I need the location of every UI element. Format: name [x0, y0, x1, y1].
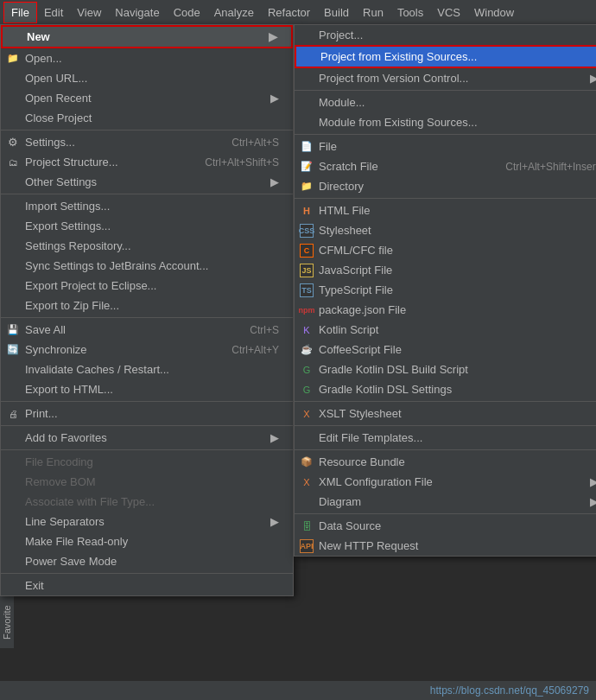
cfml-icon: C [300, 244, 314, 258]
line-separators-arrow-icon: ▶ [253, 515, 279, 528]
menubar-navigate[interactable]: Navigate [108, 3, 166, 22]
menu-item-settings[interactable]: ⚙ Settings... Ctrl+Alt+S [1, 132, 293, 152]
menu-item-save-all[interactable]: 💾 Save All Ctrl+S [1, 320, 293, 340]
module-existing-label: Module from Existing Sources... [319, 116, 478, 129]
make-read-only-label: Make File Read-only [25, 535, 128, 548]
menu-item-settings-repo[interactable]: Settings Repository... [1, 236, 293, 256]
html-icon: H [300, 204, 314, 218]
menu-item-export-zip[interactable]: Export to Zip File... [1, 296, 293, 315]
project-vcs-arrow-icon: ▶ [573, 72, 596, 85]
submenu-item-scratch-file[interactable]: 📝 Scratch File Ctrl+Alt+Shift+Insert [295, 156, 596, 176]
submenu-item-package-json[interactable]: npm package.json File [295, 300, 596, 320]
menu-item-open[interactable]: 📁 Open... [1, 48, 293, 68]
menubar-build[interactable]: Build [317, 3, 356, 22]
file-menu-dropdown: New ▶ 📁 Open... Open URL... Open Recent … [0, 24, 294, 596]
menu-item-other-settings[interactable]: Other Settings ▶ [1, 172, 293, 192]
submenu-item-gradle-build[interactable]: G Gradle Kotlin DSL Build Script [295, 360, 596, 379]
menu-item-export-settings[interactable]: Export Settings... [1, 216, 293, 236]
submenu-item-file[interactable]: 📄 File [295, 137, 596, 156]
ts-icon: TS [300, 283, 314, 297]
submenu-item-project-vcs[interactable]: Project from Version Control... ▶ [295, 68, 596, 88]
open-url-label: Open URL... [25, 72, 87, 85]
xml-config-icon: X [300, 475, 314, 489]
menubar-run[interactable]: Run [356, 3, 390, 22]
edit-templates-label: Edit File Templates... [319, 431, 422, 444]
submenu-item-directory[interactable]: 📁 Directory [295, 176, 596, 196]
menu-item-associate-file-type: Associate with File Type... [1, 492, 293, 512]
menu-item-power-save[interactable]: Power Save Mode [1, 551, 293, 571]
npm-icon: npm [300, 303, 314, 317]
submenu-item-diagram[interactable]: Diagram ▶ [295, 492, 596, 512]
submenu-item-xml-config[interactable]: X XML Configuration File ▶ [295, 472, 596, 492]
submenu-item-module[interactable]: Module... [295, 92, 596, 112]
kotlin-icon: K [300, 323, 314, 337]
menu-item-sync-jetbrains[interactable]: Sync Settings to JetBrains Account... [1, 256, 293, 276]
menu-item-open-recent[interactable]: Open Recent ▶ [1, 88, 293, 108]
submenu-item-html[interactable]: H HTML File [295, 200, 596, 220]
submenu-item-kotlin[interactable]: K Kotlin Script [295, 320, 596, 340]
javascript-label: JavaScript File [319, 264, 392, 277]
db-icon: 🗄 [300, 519, 314, 533]
new-sep-1 [295, 90, 596, 91]
separator-6 [1, 449, 293, 450]
project-existing-label: Project from Existing Sources... [320, 50, 477, 63]
new-sep-4 [295, 401, 596, 402]
add-favorites-label: Add to Favorites [25, 431, 107, 444]
menu-item-export-eclipse[interactable]: Export Project to Eclipse... [1, 276, 293, 296]
gradle-build-icon: G [300, 363, 314, 377]
submenu-item-xslt[interactable]: X XSLT Stylesheet [295, 404, 596, 423]
submenu-item-cfml[interactable]: C CFML/CFC file [295, 240, 596, 260]
new-label: New [27, 30, 50, 43]
menu-item-synchronize[interactable]: 🔄 Synchronize Ctrl+Alt+Y [1, 340, 293, 360]
diagram-arrow-icon: ▶ [573, 495, 596, 508]
submenu-item-edit-templates[interactable]: Edit File Templates... [295, 428, 596, 448]
menu-item-exit[interactable]: Exit [1, 576, 293, 595]
separator-2 [1, 194, 293, 194]
menu-item-import-settings[interactable]: Import Settings... [1, 196, 293, 216]
menubar-tools[interactable]: Tools [390, 3, 430, 22]
submenu-item-typescript[interactable]: TS TypeScript File [295, 280, 596, 300]
submenu-item-javascript[interactable]: JS JavaScript File [295, 260, 596, 280]
remove-bom-label: Remove BOM [25, 475, 96, 488]
menu-item-line-separators[interactable]: Line Separators ▶ [1, 512, 293, 531]
menubar-window[interactable]: Window [467, 3, 521, 22]
submenu-item-gradle-settings[interactable]: G Gradle Kotlin DSL Settings [295, 379, 596, 399]
submenu-item-http-request[interactable]: API New HTTP Request [295, 536, 596, 556]
menubar-analyze[interactable]: Analyze [207, 3, 261, 22]
submenu-item-data-source[interactable]: 🗄 Data Source [295, 516, 596, 536]
menu-item-export-html[interactable]: Export to HTML... [1, 379, 293, 399]
menubar-code[interactable]: Code [167, 3, 207, 22]
separator-1 [1, 130, 293, 130]
export-settings-label: Export Settings... [25, 220, 111, 232]
submenu-item-resource-bundle[interactable]: 📦 Resource Bundle [295, 452, 596, 472]
submenu-item-module-existing[interactable]: Module from Existing Sources... [295, 112, 596, 132]
submenu-item-project-existing[interactable]: Project from Existing Sources... [295, 45, 596, 68]
menu-item-project-structure[interactable]: 🗂 Project Structure... Ctrl+Alt+Shift+S [1, 152, 293, 172]
new-sep-5 [295, 425, 596, 426]
menu-item-open-url[interactable]: Open URL... [1, 68, 293, 88]
menu-item-new[interactable]: New ▶ [1, 25, 293, 48]
menubar-vcs[interactable]: VCS [430, 3, 467, 22]
menu-item-make-read-only[interactable]: Make File Read-only [1, 531, 293, 551]
gear-icon: ⚙ [6, 136, 20, 150]
menu-item-close-project[interactable]: Close Project [1, 108, 293, 128]
menu-item-add-favorites[interactable]: Add to Favorites ▶ [1, 428, 293, 448]
gradle-build-label: Gradle Kotlin DSL Build Script [319, 363, 468, 376]
submenu-item-coffeescript[interactable]: ☕ CoffeeScript File [295, 340, 596, 360]
xslt-icon: X [300, 407, 314, 421]
scratch-file-icon: 📝 [300, 160, 314, 174]
menu-item-print[interactable]: 🖨 Print... [1, 404, 293, 423]
sidebar-favorite-tab[interactable]: Favorite [0, 596, 14, 648]
js-icon: JS [300, 264, 314, 277]
submenu-item-stylesheet[interactable]: CSS Stylesheet [295, 220, 596, 240]
new-sep-7 [295, 513, 596, 514]
sync-icon: 🔄 [6, 343, 20, 357]
menubar-view[interactable]: View [70, 3, 108, 22]
export-zip-label: Export to Zip File... [25, 299, 119, 312]
menubar-edit[interactable]: Edit [37, 3, 70, 22]
menubar-refactor[interactable]: Refactor [261, 3, 317, 22]
submenu-item-project[interactable]: Project... [295, 25, 596, 45]
menubar-file[interactable]: File [3, 2, 37, 23]
menu-item-invalidate[interactable]: Invalidate Caches / Restart... [1, 360, 293, 379]
other-settings-arrow-icon: ▶ [253, 175, 279, 188]
